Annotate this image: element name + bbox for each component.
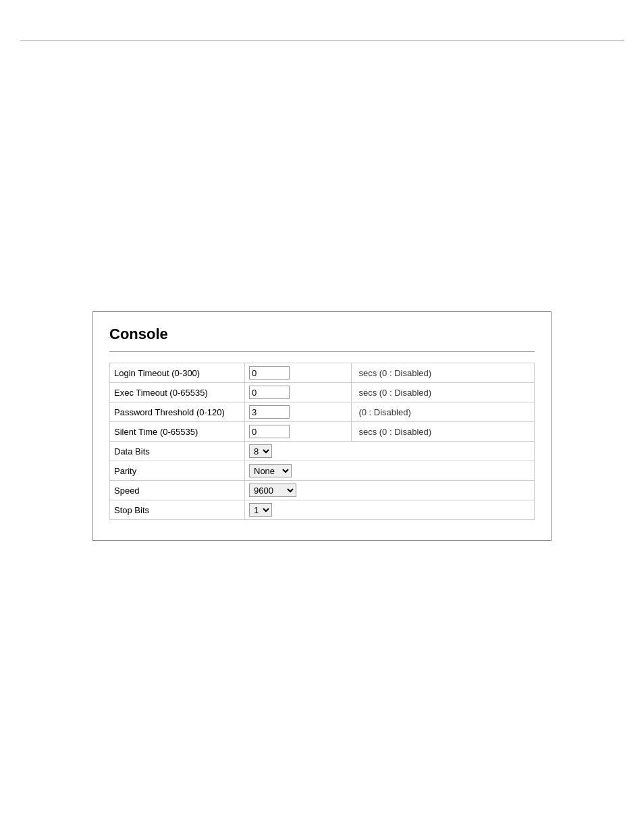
exec-timeout-cell	[245, 383, 352, 402]
stop-bits-label: Stop Bits	[110, 500, 245, 520]
silent-time-label: Silent Time (0-65535)	[110, 422, 245, 442]
table-row: Login Timeout (0-300) secs (0 : Disabled…	[110, 363, 535, 383]
password-threshold-cell	[245, 402, 352, 422]
exec-timeout-label: Exec Timeout (0-65535)	[110, 383, 245, 402]
table-row: Data Bits 8 7 6 5	[110, 442, 535, 461]
table-row: Stop Bits 1 2	[110, 500, 535, 520]
password-threshold-hint: (0 : Disabled)	[352, 402, 535, 422]
parity-cell: None Even Odd Mark Space	[245, 461, 535, 481]
speed-label: Speed	[110, 481, 245, 500]
parity-select[interactable]: None Even Odd Mark Space	[249, 464, 292, 477]
login-timeout-input[interactable]	[249, 366, 290, 380]
exec-timeout-input[interactable]	[249, 386, 290, 399]
console-box: Console Login Timeout (0-300) secs (0 : …	[92, 311, 552, 541]
exec-timeout-hint: secs (0 : Disabled)	[352, 383, 535, 402]
speed-cell: 9600 19200 38400 57600 115200	[245, 481, 535, 500]
console-form-table: Login Timeout (0-300) secs (0 : Disabled…	[109, 363, 535, 520]
table-row: Exec Timeout (0-65535) secs (0 : Disable…	[110, 383, 535, 402]
console-title: Console	[109, 325, 535, 343]
data-bits-select[interactable]: 8 7 6 5	[249, 444, 272, 458]
login-timeout-label: Login Timeout (0-300)	[110, 363, 245, 383]
page-container: Console Login Timeout (0-300) secs (0 : …	[0, 41, 644, 834]
table-row: Speed 9600 19200 38400 57600 115200	[110, 481, 535, 500]
table-row: Silent Time (0-65535) secs (0 : Disabled…	[110, 422, 535, 442]
login-timeout-cell	[245, 363, 352, 383]
silent-time-cell	[245, 422, 352, 442]
speed-select[interactable]: 9600 19200 38400 57600 115200	[249, 484, 296, 497]
data-bits-label: Data Bits	[110, 442, 245, 461]
content-area: Console Login Timeout (0-300) secs (0 : …	[0, 41, 644, 541]
parity-label: Parity	[110, 461, 245, 481]
console-divider	[109, 351, 535, 352]
data-bits-cell: 8 7 6 5	[245, 442, 535, 461]
table-row: Parity None Even Odd Mark Space	[110, 461, 535, 481]
silent-time-input[interactable]	[249, 425, 290, 438]
login-timeout-hint: secs (0 : Disabled)	[352, 363, 535, 383]
password-threshold-input[interactable]	[249, 405, 290, 419]
silent-time-hint: secs (0 : Disabled)	[352, 422, 535, 442]
stop-bits-select[interactable]: 1 2	[249, 503, 272, 517]
stop-bits-cell: 1 2	[245, 500, 535, 520]
password-threshold-label: Password Threshold (0-120)	[110, 402, 245, 422]
table-row: Password Threshold (0-120) (0 : Disabled…	[110, 402, 535, 422]
